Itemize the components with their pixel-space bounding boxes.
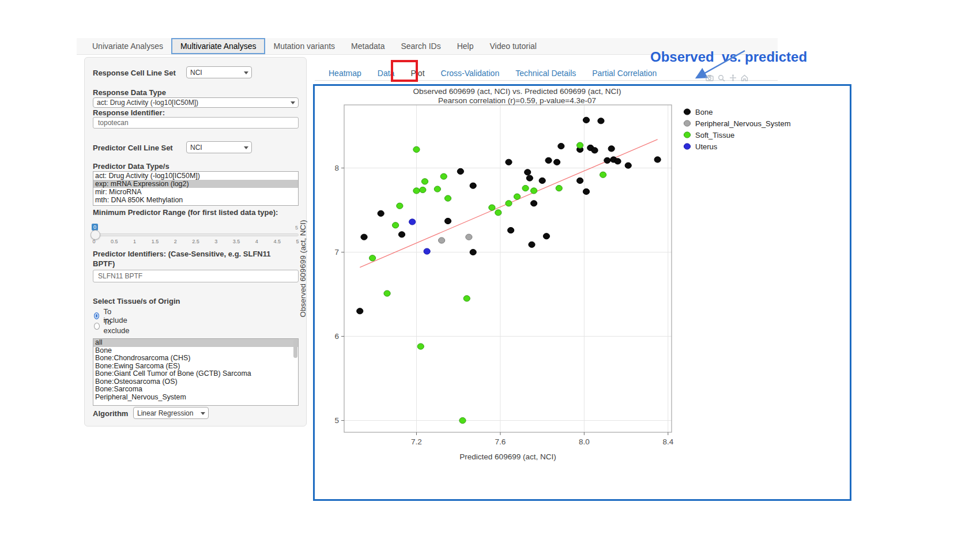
tab-partial-correlation[interactable]: Partial Correlation	[584, 65, 665, 81]
min-predictor-range-slider[interactable]	[93, 233, 299, 236]
data-point-bone[interactable]	[608, 146, 615, 152]
data-point-bone[interactable]	[470, 249, 476, 255]
data-point-bone[interactable]	[583, 188, 589, 194]
tissue-option[interactable]: Bone:Chondrosarcoma (CHS)	[93, 354, 298, 363]
legend-label[interactable]: Bone	[695, 108, 713, 116]
tissue-option[interactable]: Bone:Ewing Sarcoma (ES)	[93, 363, 298, 371]
data-point-bone[interactable]	[444, 218, 451, 224]
response-data-type-select[interactable]: act: Drug Activity (-log10[IC50M])	[93, 97, 299, 108]
nav-item-search-ids[interactable]: Search IDs	[393, 38, 448, 54]
data-point-soft_tissue[interactable]	[434, 186, 440, 192]
tab-technical-details[interactable]: Technical Details	[507, 65, 584, 81]
tissue-option[interactable]: all	[93, 339, 298, 347]
data-point-soft_tissue[interactable]	[576, 142, 583, 148]
data-point-bone[interactable]	[525, 169, 531, 175]
data-point-bone[interactable]	[625, 163, 631, 168]
data-point-soft_tissue[interactable]	[397, 203, 403, 209]
data-point-bone[interactable]	[526, 175, 533, 181]
data-point-bone[interactable]	[553, 159, 560, 165]
nav-item-mutation-variants[interactable]: Mutation variants	[265, 38, 343, 54]
listbox-scrollbar[interactable]	[293, 339, 297, 358]
data-point-soft_tissue[interactable]	[392, 222, 398, 228]
nav-item-univariate-analyses[interactable]: Univariate Analyses	[84, 38, 171, 54]
legend-swatch-bone[interactable]	[684, 109, 690, 115]
camera-icon[interactable]	[706, 74, 714, 81]
pan-icon[interactable]	[729, 74, 737, 81]
data-point-bone[interactable]	[378, 210, 384, 216]
data-point-soft_tissue[interactable]	[444, 195, 451, 201]
data-point-soft_tissue[interactable]	[459, 417, 466, 423]
predictor-data-type-option[interactable]: mth: DNA 850K Methylation	[93, 196, 298, 204]
data-point-bone[interactable]	[583, 117, 589, 123]
data-point-bone[interactable]	[470, 183, 476, 188]
predictor-data-type-option[interactable]: exp: mRNA Expression (log2)	[93, 180, 298, 188]
data-point-bone[interactable]	[507, 227, 514, 233]
data-point-soft_tissue[interactable]	[556, 185, 562, 191]
home-icon[interactable]	[741, 74, 748, 81]
tissue-option[interactable]: Bone	[93, 347, 298, 355]
nav-item-metadata[interactable]: Metadata	[343, 38, 393, 54]
data-point-bone[interactable]	[545, 157, 552, 163]
tissue-option[interactable]: Bone:Sarcoma	[93, 386, 298, 394]
legend-label[interactable]: Uterus	[695, 142, 718, 151]
algorithm-select[interactable]: Linear Regression	[133, 407, 209, 419]
data-point-soft_tissue[interactable]	[530, 188, 537, 194]
data-point-soft_tissue[interactable]	[384, 290, 390, 296]
zoom-box-icon[interactable]	[718, 74, 725, 81]
tissue-option[interactable]: Bone:Osteosarcoma (OS)	[93, 378, 298, 386]
nav-item-help[interactable]: Help	[449, 38, 482, 54]
data-point-bone[interactable]	[529, 241, 535, 247]
data-point-bone[interactable]	[361, 234, 367, 240]
data-point-bone[interactable]	[558, 143, 564, 149]
nav-item-multivariate-analyses[interactable]: Multivariate Analyses	[171, 38, 266, 54]
data-point-bone[interactable]	[598, 118, 604, 124]
tab-heatmap[interactable]: Heatmap	[321, 65, 370, 81]
data-point-bone[interactable]	[398, 232, 405, 237]
tab-cross-validation[interactable]: Cross-Validation	[433, 65, 508, 81]
data-point-soft_tissue[interactable]	[489, 205, 495, 210]
legend-swatch-peripheral_nervous_system[interactable]	[684, 120, 690, 126]
legend-swatch-uterus[interactable]	[684, 144, 690, 149]
data-point-soft_tissue[interactable]	[369, 255, 375, 261]
data-point-bone[interactable]	[615, 158, 621, 164]
response-cell-line-set-select[interactable]: NCI	[186, 66, 252, 78]
data-point-bone[interactable]	[530, 201, 537, 206]
tissue-option[interactable]: Bone:Giant Cell Tumor of Bone (GCTB) Sar…	[93, 370, 298, 378]
legend-label[interactable]: Peripheral_Nervous_System	[695, 119, 790, 128]
data-point-bone[interactable]	[591, 148, 598, 153]
tissue-option[interactable]: Peripheral_Nervous_System	[93, 394, 298, 402]
data-point-bone[interactable]	[604, 157, 610, 163]
predictor-identifiers-input[interactable]: SLFN11 BPTF	[93, 270, 299, 282]
data-point-uterus[interactable]	[409, 219, 416, 225]
predictor-data-type-option[interactable]: act: Drug Activity (-log10[IC50M])	[93, 172, 298, 180]
plot-panel[interactable]	[344, 105, 672, 432]
response-identifier-input[interactable]: topotecan	[93, 117, 299, 129]
legend-swatch-soft_tissue[interactable]	[684, 132, 690, 138]
nav-item-video-tutorial[interactable]: Video tutorial	[482, 38, 545, 54]
data-point-uterus[interactable]	[424, 248, 430, 254]
data-point-soft_tissue[interactable]	[420, 187, 426, 193]
predictor-data-type-option[interactable]: mir: MicroRNA	[93, 188, 298, 196]
data-point-bone[interactable]	[654, 157, 661, 163]
data-point-soft_tissue[interactable]	[421, 179, 428, 184]
data-point-peripheral_nervous_system[interactable]	[466, 234, 472, 240]
tissue-radio-to-exclude[interactable]: To exclude	[94, 318, 131, 335]
data-point-soft_tissue[interactable]	[506, 201, 512, 206]
legend-label[interactable]: Soft_Tissue	[695, 131, 734, 139]
data-point-soft_tissue[interactable]	[600, 172, 606, 178]
scatter-plot[interactable]: 7.27.68.08.45678Observed 609699 (act, NC…	[313, 84, 851, 501]
data-point-soft_tissue[interactable]	[495, 210, 502, 216]
data-point-bone[interactable]	[506, 159, 512, 165]
data-point-peripheral_nervous_system[interactable]	[438, 237, 444, 243]
tissue-listbox[interactable]: allBoneBone:Chondrosarcoma (CHS)Bone:Ewi…	[93, 338, 299, 406]
data-point-bone[interactable]	[539, 178, 545, 183]
data-point-bone[interactable]	[457, 168, 463, 174]
data-point-soft_tissue[interactable]	[413, 146, 420, 152]
data-point-soft_tissue[interactable]	[463, 296, 470, 301]
predictor-data-types-listbox[interactable]: act: Drug Activity (-log10[IC50M])exp: m…	[93, 171, 299, 206]
data-point-soft_tissue[interactable]	[514, 194, 520, 199]
data-point-bone[interactable]	[357, 308, 363, 314]
data-point-soft_tissue[interactable]	[417, 344, 424, 349]
data-point-soft_tissue[interactable]	[522, 185, 529, 191]
data-point-soft_tissue[interactable]	[413, 188, 420, 194]
